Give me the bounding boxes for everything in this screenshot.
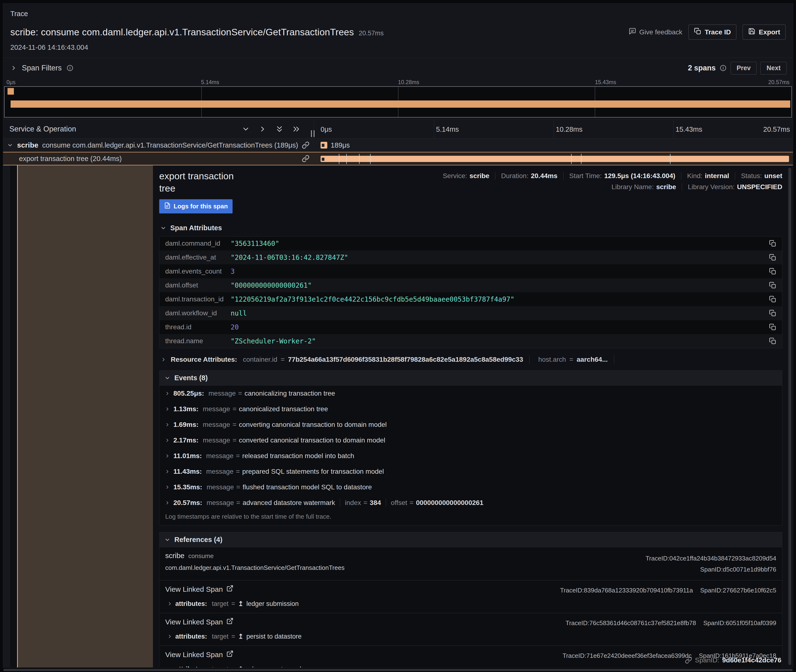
view-linked-span-link[interactable]: View Linked Span [165,650,234,659]
target-type-icon: ↥ [238,633,244,640]
events-section-header[interactable]: Events (8) [159,370,782,385]
equals-sign: = [569,356,573,363]
view-linked-span-link[interactable]: View Linked Span [165,618,234,626]
span-id-value: 9d60e1f4c42dce76 [722,656,782,664]
span-attributes-table: daml.command_id"3563113460" daml.effecti… [159,236,782,348]
give-feedback-link[interactable]: Give feedback [629,27,682,37]
event-row[interactable]: 1.69ms:message=converting canonical tran… [159,417,782,432]
event-row[interactable]: 1.13ms:message=canonicalized transaction… [159,401,782,417]
meta-value: 20.44ms [531,172,557,180]
trace-header: scribe: consume com.daml.ledger.api.v1.T… [3,24,793,40]
reference-attributes-toggle[interactable]: attributes: target = ↥ advance watermark [165,665,776,667]
feedback-icon [629,27,636,37]
expand-one-icon[interactable] [258,125,267,133]
chevron-right-icon [165,406,170,412]
reference-attributes-toggle[interactable]: attributes: target = ↥ persist to datast… [165,633,776,640]
span-row-consume[interactable]: scribe consume com.daml.ledger.api.v1.Tr… [3,138,793,152]
attribute-key: daml.effective_at [165,254,231,261]
reference-attributes-toggle[interactable]: attributes: target = ↥ ledger submission [165,600,776,608]
horizontal-scrollbar[interactable] [3,669,793,671]
timeline-tick: 15.43ms [676,125,702,133]
attributes-label: attributes: [175,633,207,640]
copy-icon[interactable] [769,282,776,289]
event-time: 1.13ms: [173,405,198,413]
link-icon[interactable] [302,141,310,149]
span-count: 2 spans [688,64,716,72]
events-footnote: Log timestamps are relative to the start… [159,510,782,525]
references-section-header[interactable]: References (4) [159,532,782,547]
equals-sign: = [236,483,240,491]
meta-label: Library Version: [688,183,735,191]
column-resize-handle[interactable] [311,130,315,137]
equals-sign: = [236,452,240,460]
trace-id-button[interactable]: Trace ID [688,24,737,40]
span-filters-toggle[interactable]: Span Filters [10,64,74,72]
target-key: target [212,666,228,667]
info-icon[interactable] [66,64,74,72]
event-row[interactable]: 20.57ms: message = advanced datastore wa… [159,495,782,510]
prev-span-button[interactable]: Prev [730,62,757,75]
resource-key: host.arch [538,356,566,363]
copy-icon[interactable] [769,296,776,303]
equals-sign: = [281,356,284,363]
chevron-down-icon[interactable] [7,142,13,148]
event-row[interactable]: 11.43ms:message=prepared SQL statements … [159,464,782,479]
view-linked-span-link[interactable]: View Linked Span [165,585,234,594]
view-linked-span-label: View Linked Span [165,618,223,626]
event-key: message [203,405,230,413]
span-attributes-header[interactable]: Span Attributes [159,224,782,232]
attribute-key: thread.name [165,337,231,345]
trace-minimap[interactable] [4,86,792,118]
event-message: canonicalizing transaction tree [245,390,335,397]
span-bar-notch [322,144,324,147]
equals-sign: = [233,421,236,429]
export-button[interactable]: Export [743,24,786,40]
span-bar[interactable] [321,156,789,162]
collapse-one-icon[interactable] [242,125,250,133]
span-row-export[interactable]: export transaction tree (20.44ms) [3,152,793,165]
span-bar-track [314,152,793,165]
copy-icon[interactable] [769,240,776,247]
chevron-right-icon [167,666,172,667]
attribute-key: daml.command_id [165,240,231,247]
divider [529,355,530,364]
collapse-all-icon[interactable] [275,125,284,133]
span-detail-title: export transaction tree [159,170,241,194]
event-tick [571,154,571,164]
resource-attributes-row[interactable]: Resource Attributes: container.id = 77b2… [159,355,782,364]
next-span-button[interactable]: Next [761,62,786,75]
attributes-label: attributes: [175,600,207,608]
meta-value: UNSPECIFIED [737,183,782,191]
target-key: target [212,600,228,608]
info-icon[interactable] [719,64,727,72]
copy-icon[interactable] [769,323,776,331]
event-row[interactable]: 11.01ms:message=released transaction mod… [159,448,782,464]
span-bar[interactable] [321,142,327,149]
reference-item: scribe consume com.daml.ledger.api.v1.Tr… [159,547,782,581]
event-message: prepared SQL statements for transaction … [242,468,384,475]
vertical-scrollbar[interactable] [788,168,791,665]
copy-icon[interactable] [769,310,776,317]
attribute-value: null [231,309,247,317]
attribute-row: daml.workflow_idnull [159,306,782,320]
copy-icon[interactable] [769,338,776,345]
link-icon[interactable] [302,155,310,162]
event-row[interactable]: 15.35ms:message=flushed transaction mode… [159,479,782,495]
copy-icon[interactable] [769,254,776,261]
meta-value: unset [764,172,782,180]
view-linked-span-label: View Linked Span [165,651,223,659]
chevron-right-icon [160,357,167,362]
logs-for-span-button[interactable]: Logs for this span [159,199,233,213]
attribute-value: "3563113460" [231,240,279,248]
meta-label: Start Time: [569,172,602,180]
span-duration-label: 189μs [331,141,350,149]
references-title: References (4) [174,536,223,544]
expand-all-icon[interactable] [292,125,300,133]
export-label: Export [759,28,780,36]
target-value: ledger submission [246,600,298,608]
copy-icon[interactable] [769,268,776,275]
event-row[interactable]: 2.17ms:message=converted canonical trans… [159,432,782,448]
chevron-right-icon [10,65,17,71]
meta-label: Kind: [687,172,703,180]
event-row[interactable]: 805.25μs:message=canonicalizing transact… [159,386,782,401]
